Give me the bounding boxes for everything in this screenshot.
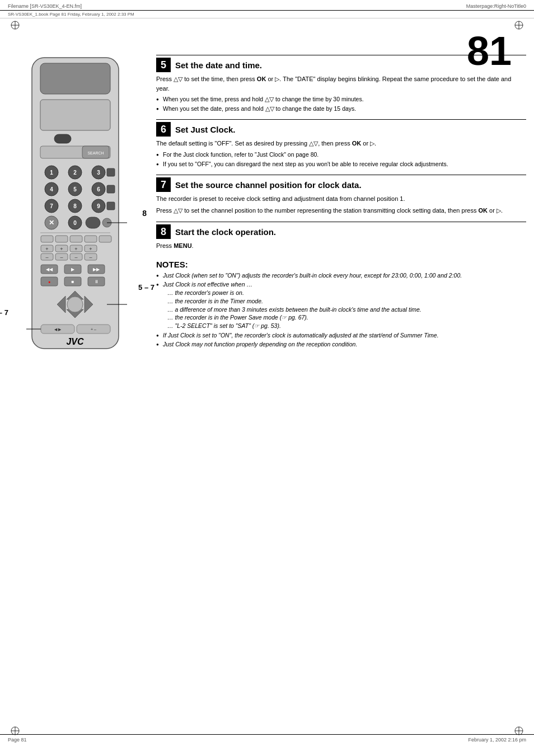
svg-text:–: –	[60, 255, 63, 260]
annotation-label-8: 8	[142, 209, 147, 218]
svg-rect-48	[55, 236, 68, 242]
footer-date: February 1, 2002 2:16 pm	[468, 737, 526, 743]
svg-text:▶: ▶	[71, 267, 75, 272]
svg-rect-39	[107, 202, 115, 210]
svg-text:⏸: ⏸	[94, 279, 99, 284]
svg-text:◀◀: ◀◀	[46, 267, 53, 272]
note-2: Just Clock is not effective when … … the…	[156, 280, 526, 330]
step-7-body: The recorder is preset to receive clock …	[156, 194, 526, 215]
right-panel: 5 Set the date and time. Press △▽ to set…	[153, 55, 526, 357]
remote-control-image: SEARCH 1 2 3 4 5 6	[19, 55, 131, 357]
svg-text:9: 9	[97, 203, 100, 209]
svg-rect-47	[41, 236, 53, 242]
svg-text:5: 5	[73, 186, 77, 192]
annotation-label-5-7-right: 5 – 7	[138, 283, 154, 292]
svg-text:6: 6	[97, 186, 100, 192]
step-8-number: 8	[156, 224, 171, 239]
svg-text:0: 0	[73, 220, 77, 226]
step-6-number: 6	[156, 122, 171, 137]
step-5-text: Press △▽ to set the time, then press OK …	[156, 74, 526, 93]
header-filename: Filename [SR-VS30EK_4-EN.fm]	[8, 3, 82, 9]
svg-text:+  –: + –	[91, 327, 96, 331]
step-7-section: 7 Set the source channel position for cl…	[156, 175, 526, 215]
step-7-header: 7 Set the source channel position for cl…	[156, 177, 526, 192]
corner-mark-tr	[514, 20, 524, 30]
svg-rect-32	[107, 185, 115, 193]
svg-text:+: +	[74, 246, 77, 252]
header-masterpage: Masterpage:Right-NoTitle0	[466, 3, 526, 9]
svg-text:2: 2	[73, 170, 77, 176]
step-7-title: Set the source channel position for cloc…	[175, 180, 362, 190]
step-6-bullet-2: If you set to "OFF", you can disregard t…	[156, 160, 526, 168]
step-5-number: 5	[156, 58, 171, 72]
step-6-bullets: For the Just clock function, refer to "J…	[156, 151, 526, 168]
footer-page-number: Page 81	[8, 737, 27, 743]
svg-text:7: 7	[50, 203, 53, 209]
svg-text:3: 3	[97, 170, 100, 176]
svg-text:✕: ✕	[49, 219, 54, 227]
svg-rect-15	[54, 134, 71, 143]
step-5-bullets: When you set the time, press and hold △▽…	[156, 95, 526, 112]
svg-text:–: –	[74, 255, 77, 260]
corner-mark-tl	[10, 20, 20, 30]
step-6-bullet-1: For the Just clock function, refer to "J…	[156, 151, 526, 159]
page-header: Filename [SR-VS30EK_4-EN.fm] Masterpage:…	[0, 0, 534, 11]
svg-rect-44	[86, 217, 100, 228]
left-panel: SEARCH 1 2 3 4 5 6	[8, 55, 142, 357]
step-8-title: Start the clock operation.	[175, 227, 276, 237]
notes-bullets: Just Clock (when set to "ON") adjusts th…	[156, 271, 526, 349]
note-4: Just Clock may not function properly dep…	[156, 340, 526, 349]
svg-text:▶▶: ▶▶	[93, 267, 100, 272]
step-5-bullet-2: When you set the date, press and hold △▽…	[156, 105, 526, 113]
svg-text:–: –	[89, 255, 92, 260]
notes-header: NOTES:	[156, 260, 526, 269]
step-5-bullet-1: When you set the time, press and hold △▽…	[156, 95, 526, 104]
svg-text:4: 4	[50, 186, 53, 192]
step-5-body: Press △▽ to set the time, then press OK …	[156, 74, 526, 112]
step-6-title: Set Just Clock.	[175, 125, 236, 134]
svg-text:SEARCH: SEARCH	[87, 151, 104, 155]
svg-text:1: 1	[50, 170, 53, 176]
svg-rect-51	[99, 236, 111, 242]
step-7-text2: Press △▽ to set the channel position to …	[156, 206, 526, 215]
svg-text:◀  ▶: ◀ ▶	[54, 327, 62, 331]
step-8-body: Press MENU.	[156, 241, 526, 251]
svg-text:8: 8	[73, 203, 77, 209]
svg-rect-50	[85, 236, 97, 242]
sub-header-print-info: SR-VS30EK_1.book Page 81 Friday, Februar…	[8, 12, 134, 17]
svg-text:–: –	[45, 255, 48, 260]
main-content: SEARCH 1 2 3 4 5 6	[0, 49, 534, 363]
notes-section: NOTES: Just Clock (when set to "ON") adj…	[156, 257, 526, 349]
page-number: 81	[467, 31, 512, 71]
svg-rect-14	[40, 100, 110, 130]
svg-text:●: ●	[48, 280, 50, 284]
svg-text:JVC: JVC	[66, 337, 84, 346]
step-5-title: Set the date and time.	[175, 60, 262, 70]
svg-text:+: +	[89, 246, 92, 252]
step-7-number: 7	[156, 177, 171, 192]
step-7-text1: The recorder is preset to receive clock …	[156, 194, 526, 204]
annotation-label-5-7-left: 5 – 7	[0, 308, 8, 317]
svg-text:+: +	[60, 246, 63, 252]
note-3: If Just Clock is set to "ON", the record…	[156, 331, 526, 340]
step-8-text: Press MENU.	[156, 241, 526, 251]
svg-rect-13	[40, 63, 110, 94]
svg-rect-49	[70, 236, 82, 242]
step-6-body: The default setting is "OFF". Set as des…	[156, 139, 526, 168]
page-footer: Page 81 February 1, 2002 2:16 pm	[0, 734, 534, 745]
step-8-section: 8 Start the clock operation. Press MENU.	[156, 222, 526, 251]
svg-point-84	[67, 297, 83, 312]
sub-header: SR-VS30EK_1.book Page 81 Friday, Februar…	[0, 11, 534, 18]
step-6-header: 6 Set Just Clock.	[156, 122, 526, 137]
note-1: Just Clock (when set to "ON") adjusts th…	[156, 271, 526, 280]
step-6-section: 6 Set Just Clock. The default setting is…	[156, 119, 526, 168]
step-6-text: The default setting is "OFF". Set as des…	[156, 139, 526, 148]
svg-text:+: +	[45, 246, 48, 252]
step-8-header: 8 Start the clock operation.	[156, 224, 526, 239]
svg-text:■: ■	[71, 279, 74, 284]
svg-rect-25	[107, 168, 115, 176]
